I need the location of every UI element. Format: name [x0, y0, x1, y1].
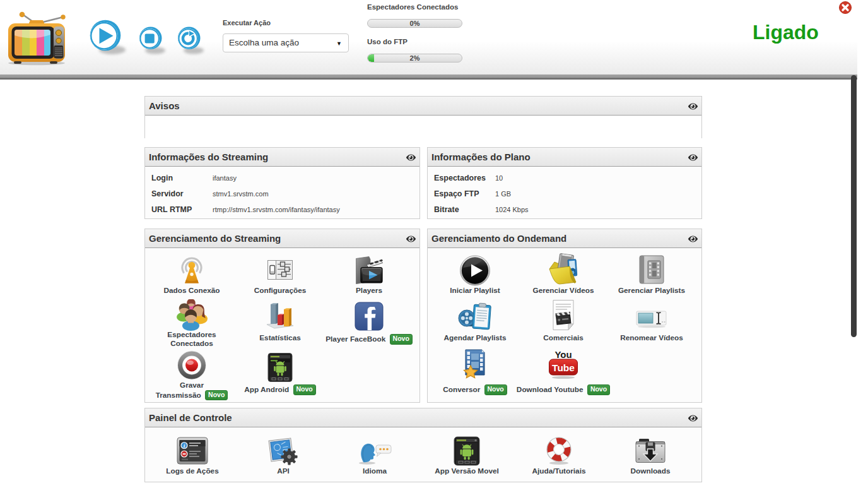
svg-text:You: You — [554, 349, 572, 360]
svg-text:Tube: Tube — [552, 362, 575, 373]
